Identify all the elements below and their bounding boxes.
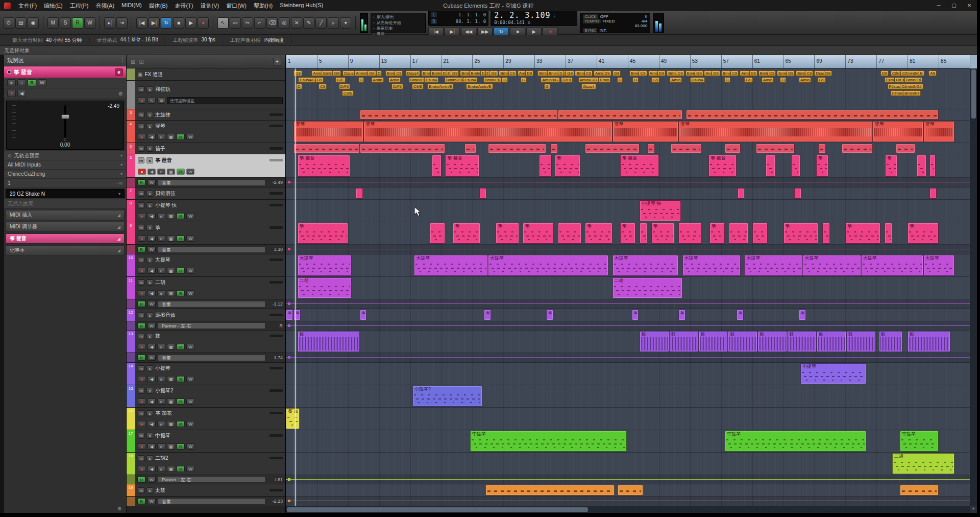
menu-item-midi[interactable]: MIDI(M) <box>118 1 145 11</box>
chord-event[interactable]: G9 <box>489 70 498 76</box>
clip-zheng-jiahua[interactable]: 筝 加 <box>286 408 300 429</box>
clip-bass-slide[interactable] <box>738 188 745 199</box>
automation-parameter[interactable]: 音量 <box>158 301 265 308</box>
lane-display-button[interactable]: ▦ <box>167 169 175 175</box>
lane-cello[interactable]: 大提琴大提琴大提琴大提琴大提琴大提琴大提琴大提琴大提琴 <box>286 254 970 277</box>
automation-lane-pan-gliss[interactable]: RWPanner - 左-右R <box>127 321 285 331</box>
chord-event[interactable]: Emin <box>598 77 610 83</box>
write-automation-button[interactable]: W <box>186 421 194 427</box>
beat-unit-icon[interactable]: ♩ <box>553 13 558 18</box>
edit-instrument-button[interactable]: e <box>157 421 165 427</box>
track-harp[interactable]: 4ms竖琴●◀e▦RW <box>127 121 285 143</box>
record-mode-0[interactable]: ▪穿入/穿出 <box>373 14 423 20</box>
chord-event[interactable]: D9 <box>824 70 832 76</box>
write-automation-button[interactable]: W <box>148 355 156 361</box>
clip-gliss-fx[interactable]: ≋ <box>546 310 553 320</box>
timeline-ruler[interactable]: 1591317212529333741454953576165697377818… <box>286 55 970 68</box>
write-automation-button[interactable]: W <box>186 290 194 296</box>
clip-taiko[interactable] <box>485 485 615 496</box>
record-enable-button[interactable]: ● <box>138 213 146 219</box>
deactivate-all-mute-button[interactable]: M <box>47 17 59 29</box>
menu-item-media[interactable]: 媒体(B) <box>145 1 172 11</box>
chord-event[interactable]: G9 <box>566 70 574 76</box>
solo-button[interactable]: s <box>146 112 153 118</box>
chord-event[interactable]: C9 <box>676 70 684 76</box>
lane-vol-zheng-payin[interactable] <box>286 178 970 187</box>
row-right-icon[interactable]: →⊞ <box>115 181 122 185</box>
color-tool-button[interactable]: ▾ <box>340 17 351 29</box>
clip-zheng-payin[interactable]: 筝 <box>555 155 580 177</box>
mute-button[interactable]: m <box>138 388 144 394</box>
clip-erhu2[interactable]: 二胡 <box>892 453 954 474</box>
draw-tool-button[interactable]: ✎ <box>303 17 314 29</box>
chord-event[interactable]: C9 <box>730 70 739 76</box>
add-track-button[interactable]: + <box>273 58 281 65</box>
chord-event[interactable]: G9 <box>651 77 660 83</box>
mute-button[interactable]: m <box>138 157 144 163</box>
snap-button[interactable]: ⇥ <box>116 17 128 29</box>
chord-event[interactable]: Esus4/G <box>298 77 317 83</box>
clip-drums[interactable]: 鼓 <box>879 331 902 352</box>
automation-node[interactable] <box>288 500 290 502</box>
track-viola[interactable]: 17ms中提琴●◀e▦RW <box>127 430 285 453</box>
clip-gliss-fx[interactable]: ≋ <box>737 310 744 320</box>
menu-item-transport[interactable]: 走带(T) <box>171 1 197 11</box>
lane-bass-slide[interactable] <box>286 187 970 200</box>
locators-display[interactable]: L1. 1. 1. 0 R88. 1. 1. 0 <box>428 10 488 26</box>
clip-flute[interactable] <box>360 144 446 153</box>
chord-event[interactable]: Esus4 <box>424 77 438 83</box>
edit-instrument-button[interactable]: e <box>157 443 165 450</box>
solo-button[interactable]: s <box>146 312 153 318</box>
fader-handle[interactable] <box>61 114 69 119</box>
mute-button[interactable]: m <box>138 312 144 318</box>
clock-icon[interactable]: ⊙ <box>528 20 530 25</box>
clip-violin2[interactable]: 小提琴2 <box>412 386 482 407</box>
chord-event[interactable]: C9/E <box>342 90 354 96</box>
clip-zheng-payin[interactable]: 筝 琶音 <box>620 155 659 177</box>
read-automation-button[interactable]: R <box>137 301 145 307</box>
deactivate-all-solo-button[interactable]: S <box>60 17 71 29</box>
horizontal-scroll-thumb[interactable] <box>287 507 588 512</box>
clip-flute[interactable] <box>756 144 795 153</box>
monitor-button[interactable]: ∿ <box>148 98 156 104</box>
line-tool-button[interactable]: ╱ <box>315 17 327 29</box>
chord-event[interactable]: Gsus4 <box>581 84 596 89</box>
clip-harp[interactable]: 竖琴 <box>678 121 873 142</box>
primary-time-display[interactable]: 2. 2. 3.109 ♩ 0:00:04.141 ⊙ <box>491 10 577 26</box>
monitor-button[interactable]: ◀ <box>148 236 156 242</box>
clip-zheng-payin[interactable]: 筝 <box>816 155 828 177</box>
record-enable-button[interactable]: ● <box>138 268 146 274</box>
clip-gliss-fx[interactable]: ≋ <box>286 310 293 320</box>
clip-drums[interactable]: 鼓 <box>640 331 669 352</box>
lane-pan-gliss[interactable] <box>286 321 970 331</box>
chord-event[interactable]: Bmin9/C♯ <box>430 70 451 76</box>
chord-event[interactable]: G9 <box>695 70 703 76</box>
chord-event[interactable]: Esus4 <box>463 77 477 83</box>
edit-instrument-button[interactable]: e <box>157 466 165 472</box>
automation-node[interactable] <box>288 324 290 327</box>
automation-parameter[interactable]: Panner - 左-右 <box>158 476 265 483</box>
clip-zheng[interactable] <box>640 223 647 244</box>
clip-flute[interactable] <box>293 144 359 153</box>
monitor-button[interactable]: ◀ <box>148 268 156 274</box>
edit-instrument-button[interactable]: e <box>157 344 165 350</box>
chord-event[interactable]: D <box>442 70 448 76</box>
chord-event[interactable]: Amin <box>762 77 774 83</box>
clip-taiko[interactable] <box>618 485 643 496</box>
track-drums[interactable]: 13ms鼓●◀e▦RW <box>127 331 285 353</box>
clip-flute[interactable] <box>464 144 476 153</box>
automation-parameter[interactable]: 音量 <box>158 355 265 361</box>
solo-button[interactable]: s <box>146 123 153 129</box>
click-tempo-sync-panel[interactable]: CLICKOFFII TEMPOFIXED4/4 83.000 SYNCINT. <box>580 13 650 33</box>
solo-button[interactable]: s <box>146 279 153 286</box>
clip-zheng[interactable] <box>430 223 445 244</box>
automation-parameter[interactable]: 音量 <box>158 246 265 253</box>
chord-event[interactable]: Dsus4 <box>690 77 705 83</box>
lane-erhu2[interactable]: 二胡 <box>286 453 970 475</box>
chord-event[interactable]: D9 <box>657 70 666 76</box>
automation-parameter[interactable]: 音量 <box>158 498 265 505</box>
write-automation-button[interactable]: W <box>148 246 156 252</box>
read-automation-button[interactable]: R <box>177 290 185 296</box>
automation-lane-vol-taiko[interactable]: RW音量-2.23 <box>127 497 285 506</box>
chord-event[interactable]: D <box>480 70 486 76</box>
